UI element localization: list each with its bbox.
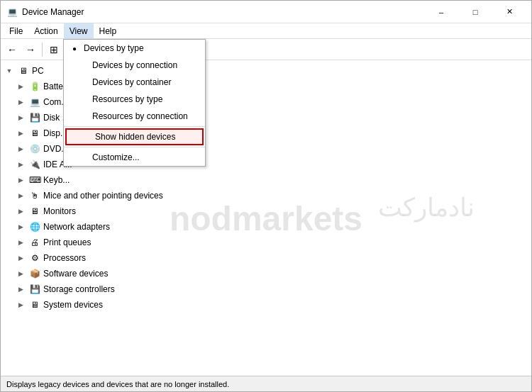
menu-help[interactable]: Help: [94, 23, 123, 39]
computer-icon: 🖥: [18, 65, 29, 77]
close-button[interactable]: ✕: [493, 2, 526, 22]
expand-icon: ▶: [15, 128, 26, 139]
mouse-icon: 🖱: [29, 190, 40, 201]
item-label: Software devices: [43, 269, 108, 279]
menu-view[interactable]: View: [64, 23, 94, 39]
item-label: Mice and other pointing devices: [43, 191, 163, 201]
view-dropdown-menu: ● Devices by type Devices by connection …: [63, 39, 206, 167]
toolbar-separator: [42, 43, 43, 57]
expand-icon: ▼: [4, 65, 15, 77]
monitor-icon: 🖥: [29, 206, 40, 217]
tree-item-network[interactable]: ▶ 🌐 Network adapters: [1, 219, 531, 235]
bullet-placeholder: [84, 133, 92, 141]
item-label: System devices: [43, 300, 103, 310]
dropdown-item-show-hidden-devices[interactable]: Show hidden devices: [65, 128, 204, 145]
item-label: Monitors: [43, 206, 76, 216]
item-label: Network adapters: [43, 222, 110, 232]
dvd-icon: 💿: [29, 143, 40, 155]
expand-icon: ▶: [15, 81, 26, 92]
bullet-placeholder: [81, 79, 89, 86]
tree-item-system-devices[interactable]: ▶ 🖥 System devices: [1, 297, 531, 313]
menu-separator: [64, 126, 205, 127]
maximize-button[interactable]: □: [459, 2, 492, 22]
expand-icon: ▶: [15, 284, 26, 295]
display-icon: 🖥: [29, 128, 40, 139]
device-manager-window: 💻 Device Manager – □ ✕ File Action View …: [0, 0, 532, 392]
bullet-placeholder: [81, 62, 89, 69]
printer-icon: 🖨: [29, 237, 40, 248]
expand-icon: ▶: [15, 112, 26, 123]
tree-item-software-devices[interactable]: ▶ 📦 Software devices: [1, 266, 531, 281]
computer-icon: 💻: [29, 96, 40, 108]
dropdown-item-devices-by-connection[interactable]: Devices by connection: [64, 57, 205, 74]
status-bar: Displays legacy devices and devices that…: [1, 376, 531, 391]
expand-icon: ▶: [15, 221, 26, 233]
battery-icon: 🔋: [29, 81, 40, 92]
network-icon: 🌐: [29, 221, 40, 233]
ide-icon: 🔌: [29, 159, 40, 170]
storage-icon: 💾: [29, 284, 40, 295]
menu-separator-2: [64, 147, 205, 147]
window-title: Device Manager: [22, 7, 425, 17]
keyboard-icon: ⌨: [29, 174, 40, 186]
tree-item-mice[interactable]: ▶ 🖱 Mice and other pointing devices: [1, 188, 531, 203]
bullet-placeholder: [81, 96, 89, 103]
item-label: Print queues: [43, 237, 91, 247]
expand-icon: ▶: [15, 96, 26, 108]
dropdown-item-devices-by-container[interactable]: Devices by container: [64, 74, 205, 91]
root-label: PC: [32, 66, 44, 76]
expand-icon: ▶: [15, 190, 26, 201]
tree-item-storage-controllers[interactable]: ▶ 💾 Storage controllers: [1, 281, 531, 297]
item-label: Keyb...: [43, 175, 70, 185]
tree-item-processors[interactable]: ▶ ⚙ Processors: [1, 250, 531, 266]
expand-icon: ▶: [15, 174, 26, 186]
bullet-placeholder: [81, 154, 89, 162]
tree-item-keyboards[interactable]: ▶ ⌨ Keyb...: [1, 172, 531, 188]
expand-icon: ▶: [15, 206, 26, 217]
app-icon: 💻: [6, 6, 18, 18]
tree-item-print-queues[interactable]: ▶ 🖨 Print queues: [1, 235, 531, 250]
software-icon: 📦: [29, 268, 40, 279]
toolbar-forward-btn[interactable]: →: [22, 41, 39, 58]
dropdown-item-resources-by-type[interactable]: Resources by type: [64, 91, 205, 108]
toolbar-back-btn[interactable]: ←: [4, 41, 21, 58]
item-label: Processors: [43, 253, 86, 263]
expand-icon: ▶: [15, 159, 26, 170]
toolbar-grid-btn[interactable]: ⊞: [45, 41, 62, 58]
status-text: Displays legacy devices and devices that…: [6, 380, 229, 388]
menu-bar: File Action View Help ● Devices by type …: [1, 23, 531, 39]
dropdown-item-resources-by-connection[interactable]: Resources by connection: [64, 108, 205, 125]
tree-item-monitors[interactable]: ▶ 🖥 Monitors: [1, 203, 531, 219]
bullet-placeholder: [81, 113, 89, 121]
menu-file[interactable]: File: [4, 23, 28, 39]
window-controls: – □ ✕: [425, 2, 526, 22]
expand-icon: ▶: [15, 252, 26, 264]
expand-icon: ▶: [15, 237, 26, 248]
bullet-icon: ●: [72, 45, 81, 52]
expand-icon: ▶: [15, 268, 26, 279]
expand-icon: ▶: [15, 299, 26, 310]
minimize-button[interactable]: –: [425, 2, 458, 22]
dropdown-item-customize[interactable]: Customize...: [64, 149, 205, 166]
title-bar: 💻 Device Manager – □ ✕: [1, 1, 531, 23]
dropdown-item-devices-by-type[interactable]: ● Devices by type: [64, 40, 205, 57]
processor-icon: ⚙: [29, 252, 40, 264]
disk-icon: 💾: [29, 112, 40, 123]
system-icon: 🖥: [29, 299, 40, 310]
menu-action[interactable]: Action: [28, 23, 63, 39]
item-label: Storage controllers: [43, 284, 115, 294]
expand-icon: ▶: [15, 143, 26, 155]
